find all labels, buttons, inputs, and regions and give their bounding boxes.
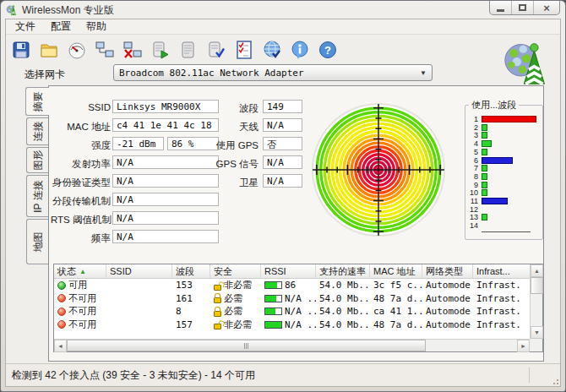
status-bar: 检测到 42 个接入点 (39 安全 - 3 未知安全) - 14 个可用 — [6, 363, 560, 386]
column-ssid[interactable]: SSID — [106, 264, 172, 278]
chevron-down-icon: ▼ — [420, 69, 427, 77]
gauge-button[interactable] — [65, 38, 89, 62]
maximize-button[interactable] — [512, 1, 534, 14]
table-row[interactable]: 可用 153 非必需 86 54.0 Mb... 3c f5 c... Auto… — [54, 279, 542, 292]
save-button[interactable] — [9, 38, 33, 62]
signal-radar — [306, 97, 451, 242]
rts-threshold-label: RTS 阈值机制 — [51, 214, 111, 226]
rts-threshold-field[interactable]: N/A — [112, 211, 219, 225]
connect-button[interactable] — [93, 38, 117, 62]
scroll-left-button[interactable]: ◄ — [54, 340, 67, 352]
column-band[interactable]: 波段 — [172, 264, 210, 278]
app-window: WirelessMon 专业版 × 文件 配置 帮助 — [0, 0, 566, 392]
use-gps-label: 使用 GPS — [199, 139, 259, 152]
table-row[interactable]: 不可用 161 必需 N/A ... 54.0 Mb... 48 7a d...… — [54, 292, 542, 306]
start-logging-button[interactable] — [149, 38, 172, 62]
verify-log-button[interactable] — [204, 38, 228, 62]
channel-usage-title: 使用...波段 — [469, 99, 519, 112]
channel-usage-group: 使用...波段 1234567891011121314 — [465, 105, 543, 240]
channel-bar — [482, 182, 487, 188]
menu-bar: 文件 配置 帮助 — [6, 19, 560, 35]
ssid-label: SSID — [51, 102, 111, 112]
web-update-button[interactable] — [260, 38, 284, 62]
fragmentation-field[interactable]: N/A — [112, 193, 219, 206]
window-title: WirelessMon 专业版 — [22, 3, 114, 18]
open-button[interactable] — [37, 38, 61, 62]
padlock-icon — [214, 297, 221, 303]
disconnect-button[interactable] — [121, 38, 144, 62]
scroll-track[interactable] — [426, 340, 517, 351]
scroll-right-button[interactable]: ► — [517, 340, 530, 352]
status-text: 检测到 42 个接入点 (39 安全 - 3 未知安全) - 14 个可用 — [6, 368, 529, 383]
scroll-up-button[interactable]: ▲ — [531, 264, 543, 277]
scroll-down-button[interactable]: ▼ — [531, 326, 543, 339]
column-mac[interactable]: MAC 地址 — [370, 264, 422, 278]
title-bar[interactable]: WirelessMon 专业版 — [6, 3, 472, 18]
channel-bar — [482, 116, 536, 122]
channel-row: 9 — [465, 182, 542, 189]
channel-axis-line — [482, 231, 531, 232]
minimize-button[interactable] — [490, 1, 512, 14]
tab-connect[interactable]: 连接 — [26, 117, 49, 145]
menu-help[interactable]: 帮助 — [79, 19, 114, 35]
resize-grip[interactable] — [550, 376, 558, 384]
tab-graphs[interactable]: 图形 — [26, 147, 49, 173]
tab-map[interactable]: 地图 — [26, 219, 49, 264]
column-network-type[interactable]: 网络类型 — [422, 264, 473, 278]
strength-dbm-field[interactable]: -21 dBm — [112, 137, 164, 150]
table-row[interactable]: 不可用 157 非必需 N/A ... 54.0 Mb... 48 7a d..… — [54, 318, 542, 332]
table-row[interactable]: 不可用 8 必需 N/A ... 54.0 Mb... ca 41 1... A… — [54, 305, 542, 318]
status-dot — [57, 294, 66, 302]
frequency-label: 频率 — [51, 232, 111, 245]
channel-bar — [482, 198, 508, 204]
help-button[interactable]: ? — [316, 38, 340, 62]
channel-bar — [482, 149, 487, 155]
channel-bar — [482, 214, 487, 220]
satellites-field[interactable]: N/A — [263, 174, 302, 188]
network-connect-icon — [95, 40, 115, 60]
use-gps-field[interactable]: 否 — [263, 137, 302, 150]
adapter-combobox[interactable]: Broadcom 802.11ac Network Adapter ▼ — [113, 64, 433, 81]
tab-summary[interactable]: 摘要 — [25, 87, 49, 116]
channel-field[interactable]: 149 — [263, 100, 302, 113]
column-security[interactable]: 安全 — [210, 264, 261, 278]
channel-bar — [482, 157, 513, 164]
channel-row: 14 — [465, 222, 542, 230]
vertical-scrollbar[interactable]: ▲ ▼ — [530, 264, 542, 339]
satellites-label: 卫星 — [199, 177, 259, 189]
menu-config[interactable]: 配置 — [43, 19, 79, 35]
channel-row: 4 — [465, 140, 542, 148]
folder-open-icon — [39, 40, 59, 60]
horizontal-scrollbar[interactable]: ◄ ► — [54, 339, 530, 351]
gps-signal-field[interactable]: N/A — [263, 155, 302, 169]
horizontal-scroll-thumb[interactable] — [67, 340, 426, 351]
channel-bar — [482, 165, 487, 172]
column-status[interactable]: 状态▲ — [54, 264, 106, 278]
column-rssi[interactable]: RSSI — [261, 264, 316, 278]
channel-bar — [482, 132, 487, 139]
checklist-report-button[interactable] — [232, 38, 256, 62]
help-icon: ? — [318, 40, 338, 60]
scroll-icon — [178, 40, 199, 60]
tab-ip-connections[interactable]: IP 连接 — [26, 175, 49, 217]
channel-row: 2 — [465, 124, 542, 132]
column-rates[interactable]: 支持的速率 — [316, 264, 370, 278]
info-button[interactable] — [288, 38, 312, 62]
globe-check-icon — [262, 40, 282, 60]
client-area: 文件 配置 帮助 — [5, 19, 561, 387]
close-button[interactable]: × — [534, 1, 559, 14]
frequency-field[interactable]: N/A — [112, 230, 219, 243]
sort-ascending-icon: ▲ — [79, 268, 86, 275]
pause-logging-button[interactable] — [177, 38, 200, 62]
status-dot — [57, 320, 66, 329]
info-icon — [290, 40, 310, 60]
summary-panel: SSID Linksys MR9000X MAC 地址 c4 41 1e 41 … — [48, 85, 544, 362]
fragmentation-label: 分段传输机制 — [51, 195, 111, 208]
padlock-icon — [214, 285, 221, 291]
channel-row: 8 — [465, 173, 542, 181]
column-infrastructure[interactable]: Infrast... — [473, 264, 521, 278]
channel-row: 13 — [465, 214, 542, 221]
antenna-field[interactable]: N/A — [263, 118, 302, 132]
vertical-scroll-thumb[interactable] — [531, 277, 543, 294]
menu-file[interactable]: 文件 — [8, 19, 43, 35]
